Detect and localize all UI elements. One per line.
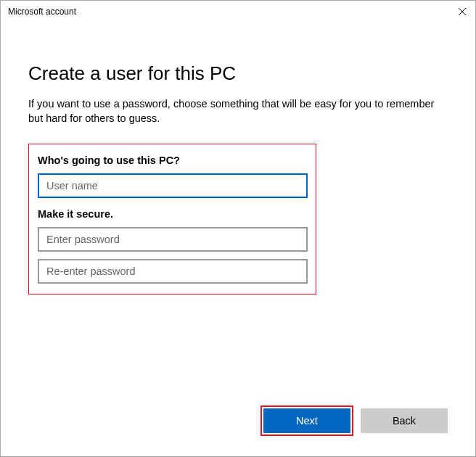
- next-button-highlight: Next: [260, 405, 353, 436]
- password-section-label: Make it secure.: [38, 208, 307, 220]
- content-area: Create a user for this PC If you want to…: [1, 22, 475, 456]
- window-title: Microsoft account: [8, 7, 76, 17]
- back-button[interactable]: Back: [361, 408, 448, 433]
- username-input[interactable]: [38, 173, 308, 198]
- username-section-label: Who's going to use this PC?: [38, 155, 307, 166]
- next-button[interactable]: Next: [263, 408, 350, 433]
- page-subtext: If you want to use a password, choose so…: [28, 96, 448, 126]
- form-highlight-box: Who's going to use this PC? Make it secu…: [28, 144, 316, 295]
- password-input[interactable]: [38, 227, 308, 252]
- page-heading: Create a user for this PC: [28, 62, 448, 85]
- window: Microsoft account Create a user for this…: [0, 0, 476, 457]
- titlebar: Microsoft account: [1, 1, 475, 22]
- close-icon[interactable]: [458, 7, 467, 16]
- footer-buttons: Next Back: [260, 405, 448, 436]
- reenter-password-input[interactable]: [38, 259, 308, 284]
